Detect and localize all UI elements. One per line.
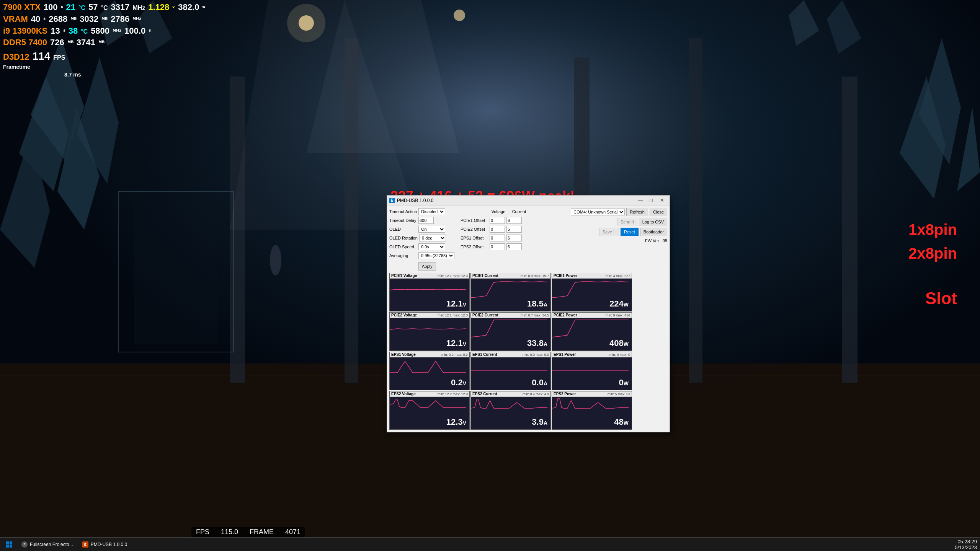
current-header: Current <box>510 209 529 214</box>
reset-button[interactable]: Reset <box>621 228 639 236</box>
pcie1-offset-row: PCIE1 Offset <box>461 217 529 224</box>
voltage-current-header-row: Voltage Current <box>461 208 529 215</box>
save-reset-row: Save II Reset Bootloader <box>599 228 667 236</box>
cpu-temp: 38 <box>69 25 78 37</box>
fps-unit: FPS <box>53 54 65 62</box>
pcie2-current-minmax: min: 0.7 max: 34.5 <box>521 313 549 317</box>
eps2-c-offset-input[interactable] <box>506 243 522 250</box>
oled-speed-select[interactable]: 0.0s <box>418 243 445 250</box>
ram-val1: 726 <box>50 37 64 49</box>
fps-bar-label: FPS <box>196 528 209 536</box>
timeout-action-row: Timeout Action Disabled <box>389 208 454 215</box>
pmd-window: E PMD-USB 1.0.0.0 ― □ ✕ Timeout Action D… <box>387 195 670 432</box>
eps1-c-offset-input[interactable] <box>506 235 522 241</box>
pcie1-voltage-canvas: 12.1V <box>390 279 469 311</box>
pcie1-c-offset-input[interactable] <box>506 217 522 224</box>
eps1-power-title: EPS1 Power <box>554 352 576 357</box>
eps2-voltage-value: 12.3V <box>445 417 468 427</box>
start-button[interactable] <box>3 541 15 548</box>
eps1-v-offset-input[interactable] <box>490 235 505 241</box>
pcie1-voltage-title: PCIE1 Voltage <box>391 274 417 278</box>
save-button[interactable]: Save II <box>599 228 619 236</box>
ram-val2: 3741 <box>77 37 95 49</box>
pmd-titlebar[interactable]: E PMD-USB 1.0.0.0 ― □ ✕ <box>387 196 670 205</box>
eps1-current-header: EPS1 Current min: 0.0 max: 0.0 <box>471 352 550 357</box>
vram-val1: 40 <box>31 13 40 25</box>
taskbar: F Fullscreen Projecto... E PMD-USB 1.0.0… <box>0 537 980 551</box>
pcie2-offset-label: PCIE2 Offset <box>461 227 488 231</box>
log-csv-button[interactable]: Log to CSV <box>639 218 667 226</box>
eps2-voltage-header: EPS2 Voltage min: 12.2 max: 12.9 <box>390 391 469 397</box>
pcie1-power-canvas: 224W <box>552 279 632 311</box>
send-button[interactable]: Send II <box>617 218 637 226</box>
pmd-minimize-button[interactable]: ― <box>635 197 646 204</box>
pcie2-c-offset-input[interactable] <box>506 226 522 233</box>
settings-group-left: Timeout Action Disabled Timeout Delay OL… <box>389 208 454 271</box>
timeout-delay-row: Timeout Delay <box>389 217 454 224</box>
eps2-power-title: EPS2 Power <box>554 392 576 396</box>
frametime-label: Frametime <box>3 64 30 71</box>
pcie2-current-canvas: 33.8A <box>471 318 550 350</box>
timeout-action-select[interactable]: Disabled <box>418 208 445 215</box>
gpu-voltage: 1.128 <box>148 2 169 13</box>
pcie1-power-title: PCIE1 Power <box>554 274 577 278</box>
pmd-maximize-button[interactable]: □ <box>646 197 657 204</box>
oled-label: OLED <box>389 227 417 231</box>
eps2-current-title: EPS2 Current <box>472 392 497 396</box>
timeout-delay-input[interactable] <box>418 217 434 224</box>
pcie1-offset-label: PCIE1 Offset <box>461 218 488 223</box>
fw-ver-row: FW Ver 05 <box>645 238 667 243</box>
voltage-header: Voltage <box>489 209 508 214</box>
taskbar-fullscreen-item[interactable]: F Fullscreen Projecto... <box>18 541 76 548</box>
oled-row: OLED On <box>389 225 454 233</box>
eps2-power-value: 48W <box>612 417 630 427</box>
pmd-close-button[interactable]: ✕ <box>657 197 667 204</box>
oled-rotation-label: OLED Rotation <box>389 236 418 240</box>
averaging-select[interactable]: 0.95s (32768) <box>418 252 454 259</box>
eps2-chart-row: EPS2 Voltage min: 12.2 max: 12.9 12.3V <box>389 391 667 430</box>
eps2-v-offset-input[interactable] <box>490 243 505 250</box>
eps1-voltage-canvas: 0.2V <box>390 357 469 390</box>
bootloader-button[interactable]: Bootloader <box>640 228 667 236</box>
pcie2-power-cell: PCIE2 Power min: 9 max: 416 408W <box>552 312 632 351</box>
eps1-current-cell: EPS1 Current min: 0.0 max: 0.0 0.0A <box>470 352 551 390</box>
frame-bar-label: FRAME <box>250 528 274 536</box>
pcie1-v-offset-input[interactable] <box>490 217 505 224</box>
eps1-current-minmax: min: 0.0 max: 0.0 <box>523 353 549 357</box>
close-com-button[interactable]: Close <box>650 208 667 216</box>
pcie1-current-canvas: 18.5A <box>471 279 550 311</box>
pcie1-power-header: PCIE1 Power min: 4 max: 227 <box>552 273 632 279</box>
pcie2-voltage-title: PCIE2 Voltage <box>391 313 417 317</box>
refresh-button[interactable]: Refresh <box>626 208 648 216</box>
pcie2-v-offset-input[interactable] <box>490 226 505 233</box>
apply-button[interactable]: Apply <box>418 262 436 271</box>
pcie2-power-canvas: 408W <box>552 318 632 350</box>
pcie2-voltage-cell: PCIE2 Voltage min: 12.1 max: 12.3 12.1V <box>389 312 470 351</box>
taskbar-time: 05:28:29 5/13/2023 <box>955 539 977 550</box>
svg-point-26 <box>287 4 325 42</box>
oled-select[interactable]: On <box>418 226 445 233</box>
channel-1x8pin-label: 1x8pin <box>908 221 957 238</box>
pcie2-power-value: 408W <box>608 338 630 348</box>
com-row: COM4: Unknown Serial Refresh Close <box>571 208 667 216</box>
send-log-row: Send II Log to CSV <box>617 218 667 226</box>
fps-bar-value: 115.0 <box>221 528 238 536</box>
pcie2-power-minmax: min: 9 max: 416 <box>606 313 630 317</box>
pcie2-current-title: PCIE2 Current <box>472 313 498 317</box>
eps2-current-header: EPS2 Current min: 0.4 max: 4.9 <box>471 391 550 397</box>
taskbar-pmd-item[interactable]: E PMD-USB 1.0.0.0 <box>79 541 130 548</box>
svg-point-28 <box>270 245 281 276</box>
pcie1-voltage-cell: PCIE1 Voltage min: 12.1 max: 12.3 12.1V <box>389 273 470 311</box>
eps2-offset-row: EPS2 Offset <box>461 243 529 251</box>
oled-rotation-select[interactable]: 0 deg <box>419 235 446 241</box>
eps2-voltage-minmax: min: 12.2 max: 12.9 <box>438 392 468 396</box>
averaging-label: Averaging <box>389 253 417 258</box>
vram-val2: 2688 <box>49 13 67 25</box>
pcie1-current-title: PCIE1 Current <box>472 274 498 278</box>
pmd-content: Timeout Action Disabled Timeout Delay OL… <box>387 205 670 432</box>
eps2-power-canvas: 48W <box>552 397 632 429</box>
com-port-select[interactable]: COM4: Unknown Serial <box>571 209 625 215</box>
eps1-offset-row: EPS1 Offset <box>461 234 529 242</box>
pcie1-power-minmax: min: 4 max: 227 <box>606 274 630 278</box>
taskbar-left: F Fullscreen Projecto... E PMD-USB 1.0.0… <box>3 541 130 548</box>
